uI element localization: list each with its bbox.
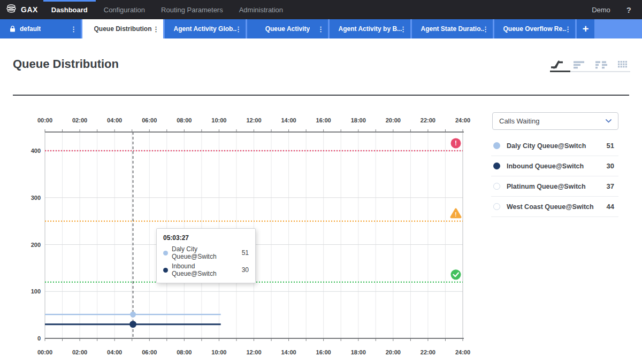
bar-list-view-icon[interactable] <box>572 59 586 71</box>
brand[interactable]: GAX <box>0 0 43 19</box>
gax-logo-icon <box>5 3 17 17</box>
nav-item-routing-parameters[interactable]: Routing Parameters <box>153 0 231 19</box>
user-menu[interactable]: Demo <box>592 6 610 14</box>
gax-dashboard-screen: GAX Dashboard Configuration Routing Para… <box>0 0 642 364</box>
svg-text:20:00: 20:00 <box>386 349 401 355</box>
svg-text:02:00: 02:00 <box>72 117 87 123</box>
svg-text:400: 400 <box>31 148 41 154</box>
svg-text:200: 200 <box>31 242 41 248</box>
metric-dropdown[interactable]: Calls Waiting <box>492 112 618 130</box>
brand-name: GAX <box>21 5 38 14</box>
line-chart-view-icon[interactable] <box>550 59 564 71</box>
svg-text:18:00: 18:00 <box>351 349 366 355</box>
check-circle-icon <box>451 269 461 280</box>
nav-item-administration[interactable]: Administration <box>231 0 291 19</box>
svg-text:24:00: 24:00 <box>455 349 470 355</box>
svg-text:08:00: 08:00 <box>177 117 192 123</box>
top-nav: GAX Dashboard Configuration Routing Para… <box>0 0 642 19</box>
legend-item-daly-city[interactable]: Daly City Queue@Switch 51 <box>491 136 618 156</box>
nav-item-dashboard[interactable]: Dashboard <box>43 0 96 19</box>
svg-text:00:00: 00:00 <box>37 349 52 355</box>
svg-text:04:00: 04:00 <box>107 349 122 355</box>
add-tab-button[interactable]: + <box>577 19 594 38</box>
svg-text:00:00: 00:00 <box>37 117 52 123</box>
svg-text:24:00: 24:00 <box>455 117 470 123</box>
tab-agent-state-duration[interactable]: Agent State Duratio... ⋮ <box>412 19 493 38</box>
lock-icon <box>10 26 16 32</box>
svg-text:04:00: 04:00 <box>107 117 122 123</box>
series-dot-icon <box>163 251 168 255</box>
tab-menu-icon[interactable]: ⋮ <box>564 26 571 33</box>
page-title: Queue Distribution <box>13 57 119 71</box>
tab-queue-overflow[interactable]: Queue Overflow Re... ⋮ <box>494 19 575 38</box>
tooltip-row: Daly City Queue@Switch 51 <box>163 245 249 260</box>
view-toggles-active-indicator <box>550 71 570 72</box>
help-icon[interactable]: ? <box>626 5 631 14</box>
svg-text:22:00: 22:00 <box>421 349 435 355</box>
tab-queue-activity[interactable]: Queue Activity ⋮ <box>247 19 328 38</box>
svg-text:100: 100 <box>31 288 41 295</box>
tab-menu-icon[interactable]: ⋮ <box>317 26 324 33</box>
tab-menu-icon[interactable]: ⋮ <box>235 26 242 33</box>
tooltip-row: Inbound Queue@Switch 30 <box>163 262 249 277</box>
svg-text:0: 0 <box>37 335 41 342</box>
tooltip-time: 05:03:27 <box>163 234 249 242</box>
series-dot-icon <box>493 162 500 169</box>
legend-item-platinum[interactable]: Platinum Queue@Switch 37 <box>491 176 618 197</box>
tab-menu-icon[interactable]: ⋮ <box>482 26 489 33</box>
svg-text:06:00: 06:00 <box>142 349 157 355</box>
svg-text:10:00: 10:00 <box>211 117 226 123</box>
series-dot-icon <box>493 142 500 149</box>
svg-text:300: 300 <box>31 195 41 201</box>
tab-agent-activity-by-b[interactable]: Agent Activity by B... ⋮ <box>330 19 410 38</box>
legend-item-west-coast[interactable]: West Coast Queue@Switch 44 <box>491 197 618 217</box>
tab-queue-distribution[interactable]: Queue Distribution ⋮ <box>82 19 163 38</box>
svg-text:02:00: 02:00 <box>72 349 87 355</box>
tab-menu-icon[interactable]: ⋮ <box>70 26 77 33</box>
nav-right: Demo ? <box>592 0 642 19</box>
nav-item-configuration[interactable]: Configuration <box>96 0 153 19</box>
svg-text:12:00: 12:00 <box>246 349 261 355</box>
svg-text:14:00: 14:00 <box>281 349 296 355</box>
grid-view-icon[interactable] <box>616 59 630 71</box>
svg-text:06:00: 06:00 <box>142 117 157 123</box>
tab-menu-icon[interactable]: ⋮ <box>400 26 407 33</box>
svg-text:18:00: 18:00 <box>351 117 366 123</box>
svg-text:16:00: 16:00 <box>316 349 331 355</box>
queue-legend: Daly City Queue@Switch 51 Inbound Queue@… <box>491 136 618 217</box>
tab-menu-icon[interactable]: ⋮ <box>152 26 159 33</box>
svg-text:12:00: 12:00 <box>246 117 261 123</box>
header-divider <box>13 95 629 96</box>
grouped-bar-view-icon[interactable] <box>594 59 608 71</box>
series-dot-icon <box>493 203 500 210</box>
chart-tooltip: 05:03:27 Daly City Queue@Switch 51 Inbou… <box>156 228 256 283</box>
chevron-down-icon <box>606 119 612 123</box>
svg-text:08:00: 08:00 <box>177 349 192 355</box>
svg-text:!: ! <box>455 212 456 218</box>
tab-agent-activity-global[interactable]: Agent Activity Glob... ⋮ <box>165 19 246 38</box>
svg-text:20:00: 20:00 <box>386 117 401 123</box>
legend-item-inbound[interactable]: Inbound Queue@Switch 30 <box>491 156 618 176</box>
dashboard-tab-bar: default ⋮ Queue Distribution ⋮ Agent Act… <box>0 19 642 38</box>
metric-dropdown-value: Calls Waiting <box>499 117 539 125</box>
series-dot-icon <box>163 268 168 273</box>
tab-default[interactable]: default ⋮ <box>0 19 81 38</box>
svg-text:16:00: 16:00 <box>316 117 331 123</box>
svg-text:!: ! <box>455 140 457 147</box>
svg-text:14:00: 14:00 <box>281 117 296 123</box>
svg-text:22:00: 22:00 <box>421 117 435 123</box>
series-dot-icon <box>493 183 500 190</box>
svg-text:10:00: 10:00 <box>211 349 226 355</box>
